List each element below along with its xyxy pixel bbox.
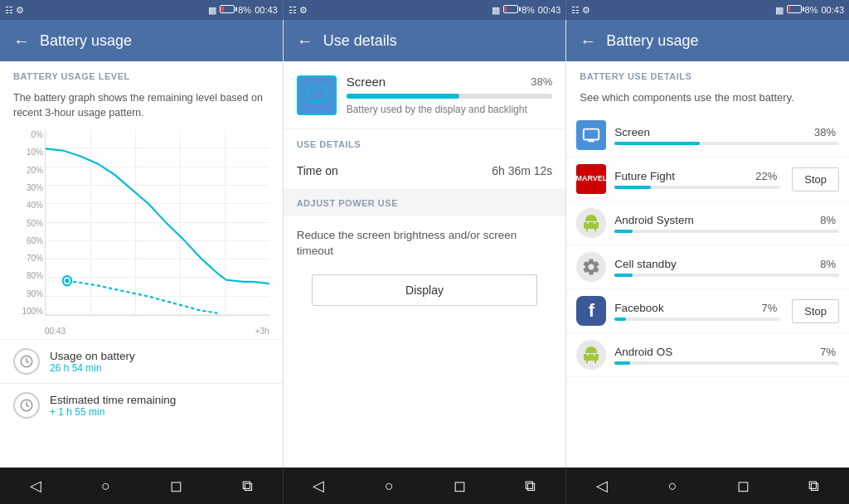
time-on-value: 6h 36m 12s xyxy=(492,164,552,177)
status-icons-left-3: ☷ ⚙ xyxy=(571,5,590,16)
estimate-text: Estimated time remaining + 1 h 55 min xyxy=(50,394,176,418)
battery-pct-2: 8% xyxy=(522,5,535,15)
sd-icon-3: ▩ xyxy=(775,5,784,16)
nav-share-3[interactable]: ⧉ xyxy=(797,469,830,502)
screen-bar-wrap xyxy=(614,142,839,145)
android-os-app-pct: 7% xyxy=(820,346,836,358)
panel-header-3: ← Battery usage xyxy=(566,20,849,61)
panel-header-1: ← Battery usage xyxy=(0,20,283,61)
screen-app-name-row: Screen 38% xyxy=(614,126,839,138)
nav-home-2[interactable]: ○ xyxy=(372,469,405,502)
battery-chart: 100% 90% 80% 70% 60% 50% 40% 30% 20% 10%… xyxy=(0,124,283,339)
status-icons-left-1: ☷ ⚙ xyxy=(5,5,24,16)
nav-bar-1: ◁ ○ ◻ ⧉ xyxy=(0,468,284,504)
app-item-future-fight: MARVEL Future Fight 22% Stop xyxy=(566,158,849,201)
facebook-bar-fill xyxy=(614,317,626,321)
adjust-description: Reduce the screen brightness and/or scre… xyxy=(284,216,566,271)
panel-content-1: BATTERY USAGE LEVEL The battery graph sh… xyxy=(0,61,283,468)
y-label-8: 20% xyxy=(13,166,43,175)
usage-text: Usage on battery 26 h 54 min xyxy=(50,350,135,374)
nav-square-3[interactable]: ◻ xyxy=(726,469,759,502)
section-use-details: USE DETAILS xyxy=(284,129,566,153)
y-label-1: 90% xyxy=(13,289,43,298)
future-fight-app-pct: 22% xyxy=(755,170,777,182)
panel-title-1: Battery usage xyxy=(40,32,132,50)
android-system-name-row: Android System 8% xyxy=(614,214,839,226)
estimate-title: Estimated time remaining xyxy=(50,394,176,406)
back-button-1[interactable]: ← xyxy=(13,32,30,51)
usage-sub: 26 h 54 min xyxy=(50,362,135,374)
time-3: 00:43 xyxy=(821,5,844,15)
sd-icon-1: ▩ xyxy=(208,5,216,16)
app-info-android-os: Android OS 7% xyxy=(614,346,839,365)
x-label-start: 00:43 xyxy=(45,327,65,336)
app-info-facebook: Facebook 7% xyxy=(614,302,780,321)
panel-battery-usage: ← Battery usage BATTERY USAGE LEVEL The … xyxy=(0,20,284,468)
android-system-app-pct: 8% xyxy=(820,214,836,226)
battery-description: The battery graph shows the remaining le… xyxy=(0,85,283,124)
nav-bar-3: ◁ ○ ◻ ⧉ xyxy=(566,468,849,504)
back-button-2[interactable]: ← xyxy=(297,32,313,51)
status-bar-2: ☷ ⚙ ▩ 8% 00:43 xyxy=(284,0,567,20)
screen-app-pct: 38% xyxy=(814,126,836,138)
stop-button-facebook[interactable]: Stop xyxy=(792,299,839,323)
battery-icon-1 xyxy=(220,5,235,15)
android-os-name-row: Android OS 7% xyxy=(614,346,839,358)
future-fight-app-name: Future Fight xyxy=(614,170,675,182)
android-os-bar-fill xyxy=(614,361,630,365)
screen-detail-name: Screen xyxy=(347,75,386,89)
panel-title-3: Battery usage xyxy=(606,32,698,50)
back-button-3[interactable]: ← xyxy=(580,32,596,51)
nav-square-2[interactable]: ◻ xyxy=(444,469,477,502)
y-label-6: 40% xyxy=(13,201,43,210)
y-label-5: 50% xyxy=(13,219,43,228)
future-fight-bar-fill xyxy=(614,186,651,189)
panel-battery-use-details: ← Battery usage BATTERY USE DETAILS See … xyxy=(566,20,849,468)
battery-icon-3 xyxy=(787,5,802,15)
y-label-10: 0% xyxy=(13,130,43,139)
nav-back-2[interactable]: ◁ xyxy=(302,469,335,502)
nav-home-3[interactable]: ○ xyxy=(656,469,689,502)
y-label-7: 30% xyxy=(13,183,43,192)
clock-icon-estimate xyxy=(13,392,40,419)
nav-back-3[interactable]: ◁ xyxy=(585,469,619,502)
facebook-app-pct: 7% xyxy=(761,302,777,314)
nav-square-1[interactable]: ◻ xyxy=(160,469,193,502)
nav-share-1[interactable]: ⧉ xyxy=(230,469,264,502)
app-icon-android-system xyxy=(576,208,606,238)
screen-detail-desc: Battery used by the display and backligh… xyxy=(347,104,553,115)
notification-icons-2: ☷ ⚙ xyxy=(289,5,308,16)
svg-rect-6 xyxy=(584,129,599,140)
android-system-bar-wrap xyxy=(614,230,839,233)
nav-bar-2: ◁ ○ ◻ ⧉ xyxy=(284,468,567,504)
y-axis: 100% 90% 80% 70% 60% 50% 40% 30% 20% 10%… xyxy=(13,130,43,316)
usage-title: Usage on battery xyxy=(50,350,135,362)
chart-container: 100% 90% 80% 70% 60% 50% 40% 30% 20% 10%… xyxy=(13,130,269,336)
nav-home-1[interactable]: ○ xyxy=(90,469,123,502)
screen-progress-wrap xyxy=(347,94,553,99)
screen-app-name: Screen xyxy=(614,126,650,138)
usage-on-battery-item: Usage on battery 26 h 54 min xyxy=(0,339,283,383)
display-button[interactable]: Display xyxy=(312,274,538,306)
stop-button-future-fight[interactable]: Stop xyxy=(792,167,839,191)
nav-back-1[interactable]: ◁ xyxy=(19,469,52,502)
panel-content-3: BATTERY USE DETAILS See which components… xyxy=(566,61,849,468)
notification-icons-1: ☷ ⚙ xyxy=(5,5,24,16)
screen-progress-fill xyxy=(347,94,460,99)
section-label-1: BATTERY USAGE LEVEL xyxy=(0,61,283,85)
app-item-cell-standby: Cell standby 8% xyxy=(566,245,849,289)
app-list: Screen 38% MARVEL Fut xyxy=(566,114,849,377)
screen-name-row: Screen 38% xyxy=(347,75,553,89)
svg-rect-3 xyxy=(307,87,326,100)
status-bar-3: ☷ ⚙ ▩ 8% 00:43 xyxy=(566,0,849,20)
app-icon-cell-standby xyxy=(576,252,606,282)
y-label-0: 100% xyxy=(13,307,43,316)
facebook-app-name: Facebook xyxy=(614,302,663,314)
screen-detail-pct: 38% xyxy=(531,75,552,88)
y-label-3: 70% xyxy=(13,254,43,263)
screen-detail-info: Screen 38% Battery used by the display a… xyxy=(347,75,553,115)
panel-use-details: ← Use details Screen 38% xyxy=(284,20,567,468)
app-icon-facebook: f xyxy=(576,296,606,326)
nav-share-2[interactable]: ⧉ xyxy=(514,469,547,502)
cell-standby-app-pct: 8% xyxy=(820,258,836,270)
